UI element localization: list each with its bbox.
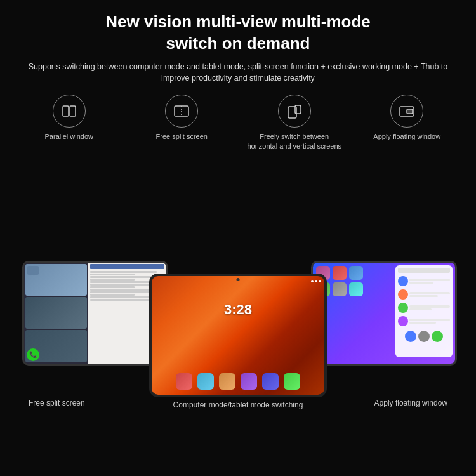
svg-rect-1 — [70, 106, 76, 116]
doc-line-12 — [90, 299, 157, 301]
subtitle: Supports switching between computer mode… — [13, 61, 463, 85]
features-row: Parallel window Free split screen Freely… — [13, 95, 463, 151]
chat-avatar-4 — [398, 316, 408, 326]
bottom-labels: Free split screen Computer mode/tablet m… — [13, 399, 463, 410]
dock-app-1 — [176, 373, 192, 390]
wifi-icon — [315, 280, 317, 282]
app-icon-6 — [349, 282, 363, 296]
dock-app-2 — [197, 373, 214, 390]
tablet-left: 📞 ✕ — [22, 261, 168, 366]
chat-avatar-2 — [398, 289, 408, 300]
dock-app-6 — [284, 373, 300, 390]
svg-rect-0 — [63, 106, 69, 116]
parallel-window-icon — [61, 103, 77, 119]
doc-line-3 — [90, 276, 157, 278]
svg-rect-7 — [407, 109, 413, 114]
chat-avatar-3 — [398, 303, 408, 313]
doc-line-4 — [90, 279, 135, 281]
main-container: New vision multi-view multi-mode switch … — [0, 0, 476, 476]
right-tablet-label: Apply floating window — [371, 399, 447, 407]
floating-window-icon-circle — [390, 95, 423, 128]
freely-switch-icon — [286, 103, 303, 119]
dock-app-5 — [262, 373, 279, 390]
left-tablet-label: Free split screen — [29, 399, 105, 407]
center-tablet-label: Computer mode/tablet mode switching — [173, 400, 303, 409]
app-icon-5 — [333, 282, 347, 296]
battery-icon — [319, 280, 321, 282]
signal-icon — [311, 280, 314, 282]
feature-free-split: Free split screen — [132, 95, 231, 151]
video-cell-1 — [25, 264, 87, 296]
doc-line-9 — [90, 291, 157, 293]
app-icon-3 — [349, 266, 363, 280]
doc-line-10 — [90, 294, 135, 296]
tablet-center-screen: 3:28 — [152, 276, 324, 395]
doc-line-11 — [90, 296, 157, 298]
dock-app-4 — [241, 373, 257, 390]
app-dock — [176, 373, 300, 390]
free-split-icon-circle — [165, 95, 198, 128]
freely-switch-label: Freely switch between horizontal and ver… — [245, 132, 344, 151]
doc-line-6 — [90, 284, 157, 286]
doc-line-2 — [90, 274, 135, 275]
free-split-label: Free split screen — [156, 132, 208, 142]
tablet-center: 3:28 — [149, 274, 327, 397]
tablets-section: 📞 ✕ — [13, 162, 463, 397]
dock-app-3 — [219, 373, 235, 390]
tablet-time: 3:28 — [224, 301, 252, 318]
doc-line-5 — [90, 281, 157, 283]
feature-floating-window: Apply floating window — [357, 95, 456, 151]
status-bar — [155, 278, 321, 284]
doc-line-7 — [90, 286, 135, 288]
parallel-window-label: Parallel window — [45, 132, 93, 142]
app-icon-2 — [333, 266, 347, 280]
main-title: New vision multi-view multi-mode switch … — [105, 11, 371, 55]
floating-chat-panel — [395, 265, 453, 357]
center-tablet-label-wrap: Computer mode/tablet mode switching — [105, 399, 371, 410]
doc-line-1 — [90, 271, 157, 273]
feature-freely-switch: Freely switch between horizontal and ver… — [245, 95, 344, 151]
call-accept-icon: 📞 — [27, 348, 39, 361]
feature-parallel-window: Parallel window — [20, 95, 119, 151]
tablet-right-screen — [313, 263, 455, 364]
doc-line-8 — [90, 289, 157, 291]
freely-switch-icon-circle — [278, 95, 311, 128]
video-cell-2 — [25, 297, 87, 329]
floating-window-icon — [399, 103, 415, 119]
tablet-right — [311, 261, 457, 366]
floating-window-label: Apply floating window — [373, 132, 440, 142]
chat-avatar-1 — [398, 276, 408, 286]
free-split-icon — [173, 103, 190, 119]
tablet-left-screen — [24, 263, 166, 364]
parallel-window-icon-circle — [53, 95, 86, 128]
